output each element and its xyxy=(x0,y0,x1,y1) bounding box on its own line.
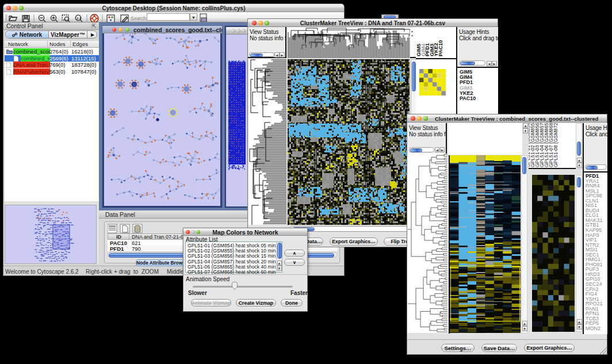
svg-text:1:1: 1:1 xyxy=(76,17,81,20)
svg-text:Search:: Search: xyxy=(131,16,147,21)
